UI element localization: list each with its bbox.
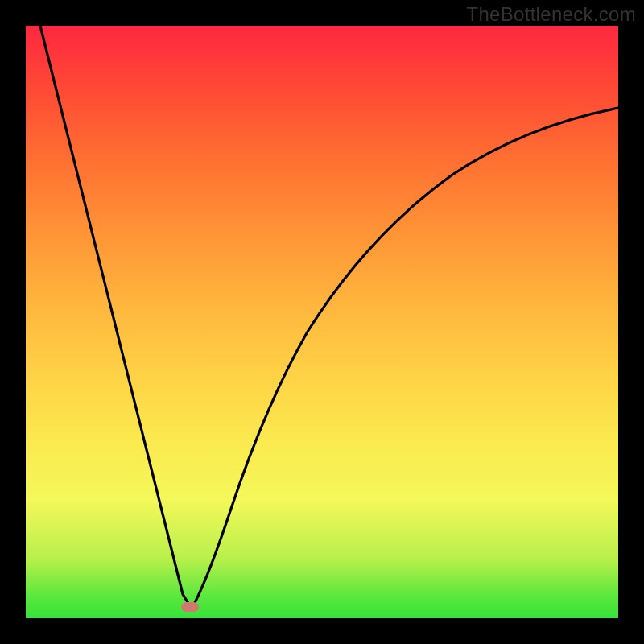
watermark-text: TheBottleneck.com [466, 3, 636, 26]
min-point-marker [181, 602, 199, 612]
curve-svg [26, 26, 618, 618]
plot-area [26, 26, 618, 618]
chart-frame: TheBottleneck.com [0, 0, 644, 644]
curve-left [40, 26, 192, 609]
curve-right [192, 108, 618, 609]
